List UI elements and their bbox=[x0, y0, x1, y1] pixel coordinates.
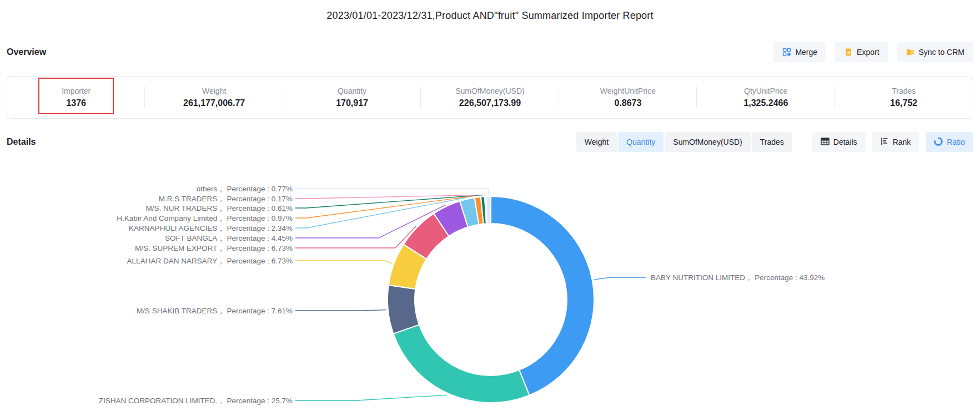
leader-line bbox=[295, 395, 448, 400]
leader-line bbox=[295, 261, 393, 263]
slice-label: M/S. NUR TRADERS， Percentage : 0.61% bbox=[145, 204, 293, 212]
leader-line bbox=[594, 277, 646, 280]
leader-line bbox=[295, 189, 488, 195]
pie-slice[interactable] bbox=[394, 324, 530, 403]
slice-label: ZISHAN CORPORATION LIMITED.， Percentage … bbox=[99, 397, 293, 405]
importer-report-page: 2023/01/01-2023/12/31,Product AND"fruit"… bbox=[0, 0, 980, 411]
leader-line bbox=[295, 310, 386, 311]
slice-label: ALLAHAR DAN NARSARY， Percentage : 6.73% bbox=[127, 257, 293, 265]
slice-label: BABY NUTRITION LIMITED， Percentage : 43.… bbox=[651, 273, 825, 282]
slice-label: M/S SHAKIB TRADERS， Percentage : 7.61% bbox=[137, 307, 293, 315]
pie-slice[interactable] bbox=[486, 196, 491, 224]
pie-slice[interactable] bbox=[491, 196, 594, 395]
ratio-donut-chart: BABY NUTRITION LIMITED， Percentage : 43.… bbox=[0, 0, 980, 411]
slice-label: M/S. SUPREM EXPORT， Percentage : 6.73% bbox=[135, 244, 293, 252]
pie-slice[interactable] bbox=[388, 285, 419, 334]
slice-label: SOFT BANGLA， Percentage : 4.45% bbox=[165, 234, 293, 242]
slice-label: KARNAPHULI AGENCIES， Percentage : 2.34% bbox=[129, 224, 293, 232]
slice-label: others， Percentage : 0.77% bbox=[197, 185, 293, 193]
slice-label: M.R.S TRADERS， Percentage : 0.17% bbox=[159, 195, 293, 203]
slice-label: H.Kabir And Company Limited， Percentage … bbox=[117, 214, 293, 222]
leader-line bbox=[295, 226, 416, 248]
